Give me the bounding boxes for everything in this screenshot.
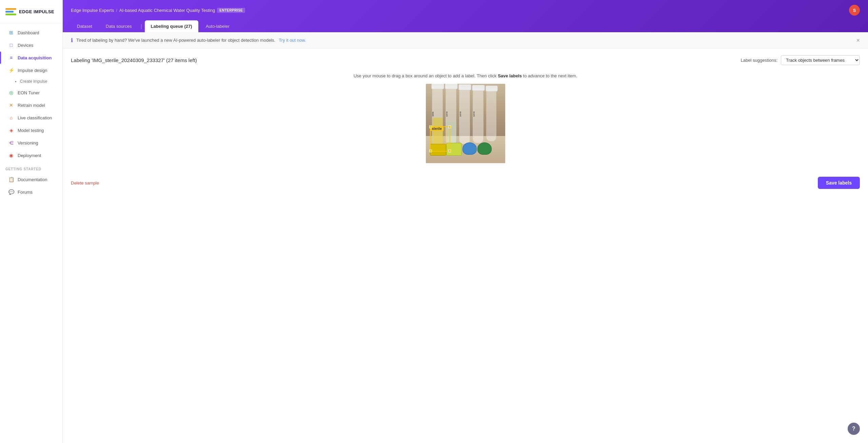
sidebar-label-deployment: Deployment xyxy=(18,153,41,158)
sidebar-label-eon-tuner: EON Tuner xyxy=(18,90,40,95)
sidebar-label-dashboard: Dashboard xyxy=(18,30,39,35)
tube-3-cap xyxy=(458,84,471,90)
label-suggestions-select[interactable]: Track objects between frames xyxy=(781,55,860,65)
sidebar-item-impulse-design[interactable]: ⚡ Impulse design xyxy=(3,64,60,76)
delete-sample-button[interactable]: Delete sample xyxy=(71,178,99,188)
instruction-suffix: to advance to the next item. xyxy=(523,73,577,78)
deployment-icon: ◉ xyxy=(8,152,14,158)
sample-image[interactable]: + sterile sera sera sera sera xyxy=(426,84,505,163)
breadcrumb-bar: Edge Impulse Experts / AI-based Aquatic … xyxy=(63,0,868,20)
labeling-title: Labeling 'IMG_sterile_20240309_233327' (… xyxy=(71,57,197,63)
sidebar: EDGE IMPULSE ⊞ Dashboard □ Devices ≡ Dat… xyxy=(0,0,63,443)
image-container[interactable]: + sterile sera sera sera sera xyxy=(63,84,868,171)
disc-blue xyxy=(462,142,477,155)
sidebar-item-dashboard[interactable]: ⊞ Dashboard xyxy=(3,26,60,39)
disc-green xyxy=(477,142,492,155)
main-content: Edge Impulse Experts / AI-based Aquatic … xyxy=(63,0,868,443)
sidebar-label-retrain-model: Retrain model xyxy=(18,103,45,108)
sidebar-label-documentation: Documentation xyxy=(18,177,47,182)
sidebar-item-retrain-model[interactable]: ✕ Retrain model xyxy=(3,99,60,111)
instruction-prefix: Use your mouse to drag a box around an o… xyxy=(354,73,497,78)
sidebar-getting-started: 📋Documentation💬Forums xyxy=(0,173,62,198)
notification-banner: ℹ Tired of labeling by hand? We've launc… xyxy=(63,32,868,49)
model-testing-icon: ◈ xyxy=(8,127,14,133)
retrain-model-icon: ✕ xyxy=(8,102,14,108)
tube-5 xyxy=(486,88,496,141)
instruction-bold: Save labels xyxy=(498,73,522,78)
tube-2-cap xyxy=(445,84,458,89)
tube-label-2: sera xyxy=(445,112,448,117)
versioning-icon: ⋲ xyxy=(8,140,14,146)
logo-bar-1 xyxy=(5,8,16,10)
user-avatar[interactable]: S xyxy=(849,5,860,16)
eon-tuner-icon: ◎ xyxy=(8,90,14,96)
sidebar-item-deployment[interactable]: ◉ Deployment xyxy=(3,149,60,161)
sidebar-label-versioning: Versioning xyxy=(18,140,38,146)
info-icon: ℹ xyxy=(71,37,73,43)
devices-icon: □ xyxy=(8,42,14,48)
tube-label-4: sera xyxy=(472,112,475,117)
documentation-icon: 📋 xyxy=(8,176,14,182)
tabs-bar: DatasetData sources|Labeling queue (27)A… xyxy=(63,20,868,32)
sidebar-label-live-classification: Live classification xyxy=(18,115,52,120)
annotation-handle-br[interactable] xyxy=(448,150,451,152)
notification-text: Tired of labeling by hand? We've launche… xyxy=(76,38,275,43)
live-classification-icon: ⌂ xyxy=(8,115,14,121)
breadcrumb-sep: / xyxy=(116,8,117,13)
actions-bar: Delete sample Save labels xyxy=(63,171,868,197)
tube-1-cap xyxy=(431,84,444,89)
content-inner: ℹ Tired of labeling by hand? We've launc… xyxy=(63,32,868,443)
tab-data-sources[interactable]: Data sources xyxy=(100,20,138,32)
sidebar-item-create-impulse[interactable]: ● Create impulse xyxy=(0,77,62,86)
forums-icon: 💬 xyxy=(8,189,14,195)
sidebar-item-documentation[interactable]: 📋Documentation xyxy=(3,173,60,186)
logo: EDGE IMPULSE xyxy=(0,0,62,23)
sidebar-item-devices[interactable]: □ Devices xyxy=(3,39,60,51)
tube-5-cap xyxy=(486,85,498,92)
top-header: Edge Impulse Experts / AI-based Aquatic … xyxy=(63,0,868,32)
tab-labeling-queue[interactable]: Labeling queue (27) xyxy=(145,20,198,32)
annotation-handle-bl[interactable] xyxy=(429,150,432,152)
sidebar-item-live-classification[interactable]: ⌂ Live classification xyxy=(3,112,60,124)
getting-started-label: GETTING STARTED xyxy=(0,162,62,173)
tab-divider: | xyxy=(139,23,143,30)
labeling-header: Labeling 'IMG_sterile_20240309_233327' (… xyxy=(63,49,868,69)
label-suggestions: Label suggestions: Track objects between… xyxy=(741,55,860,65)
sidebar-item-forums[interactable]: 💬Forums xyxy=(3,186,60,198)
sidebar-label-data-acquisition: Data acquisition xyxy=(18,55,52,60)
help-button[interactable]: ? xyxy=(848,423,860,435)
sidebar-item-versioning[interactable]: ⋲ Versioning xyxy=(3,137,60,149)
label-suggestions-label: Label suggestions: xyxy=(741,58,777,63)
dot-icon: ● xyxy=(15,80,17,83)
annotation-handle-tl[interactable] xyxy=(429,126,432,128)
annotation-handle-tr[interactable] xyxy=(448,126,451,128)
notification-close-icon[interactable]: × xyxy=(856,37,860,43)
tab-auto-labeler[interactable]: Auto-labeler xyxy=(200,20,236,32)
labeling-image-wrapper[interactable]: + sterile sera sera sera sera xyxy=(426,84,505,163)
sidebar-item-eon-tuner[interactable]: ◎ EON Tuner xyxy=(3,86,60,99)
annotation-label-text: sterile xyxy=(430,127,443,131)
logo-bar-3 xyxy=(5,14,16,15)
sidebar-item-data-acquisition[interactable]: ≡ Data acquisition xyxy=(3,52,60,64)
logo-bar-2 xyxy=(5,11,14,13)
labeling-instruction: Use your mouse to drag a box around an o… xyxy=(63,69,868,84)
content-area: ℹ Tired of labeling by hand? We've launc… xyxy=(63,32,868,443)
logo-text: EDGE IMPULSE xyxy=(19,9,54,14)
annotation-box[interactable]: + sterile xyxy=(430,126,450,152)
sidebar-label-forums: Forums xyxy=(18,190,33,195)
sidebar-label-devices: Devices xyxy=(18,43,33,48)
sidebar-label-impulse-design: Impulse design xyxy=(18,68,47,73)
notification-link[interactable]: Try it out now. xyxy=(279,38,306,43)
breadcrumb: Edge Impulse Experts / AI-based Aquatic … xyxy=(71,8,245,13)
tube-4-cap xyxy=(472,85,485,91)
data-acquisition-icon: ≡ xyxy=(8,55,14,61)
tube-label-1: sera xyxy=(431,112,434,117)
logo-icon xyxy=(5,6,16,17)
save-labels-button[interactable]: Save labels xyxy=(818,177,860,189)
sidebar-item-model-testing[interactable]: ◈ Model testing xyxy=(3,124,60,136)
sidebar-label-model-testing: Model testing xyxy=(18,128,44,133)
sidebar-nav: ⊞ Dashboard □ Devices ≡ Data acquisition… xyxy=(0,26,62,162)
tab-dataset[interactable]: Dataset xyxy=(71,20,98,32)
enterprise-badge: ENTERPRISE xyxy=(217,8,245,13)
dashboard-icon: ⊞ xyxy=(8,30,14,36)
